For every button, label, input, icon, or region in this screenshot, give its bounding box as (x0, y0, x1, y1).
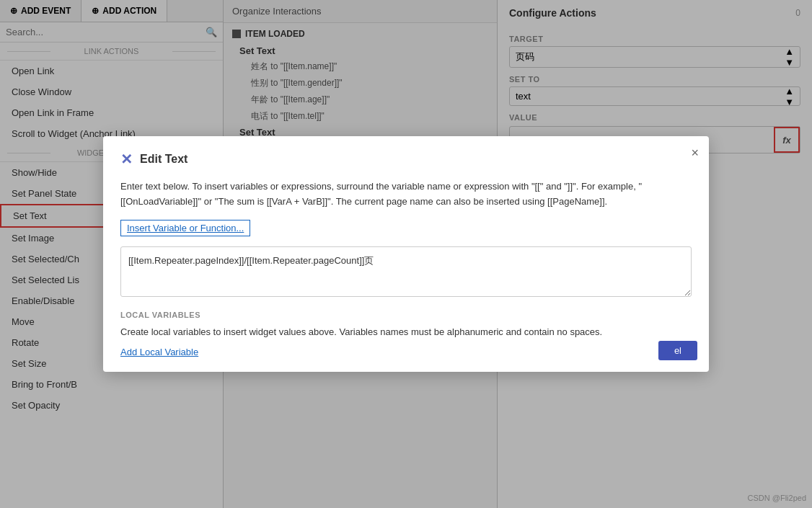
edit-text-dialog: ✕ Edit Text × Enter text below. To inser… (103, 136, 709, 371)
dialog-close-button[interactable]: × (691, 146, 699, 159)
ok-button[interactable]: el (658, 341, 697, 360)
dialog-title: Edit Text (140, 153, 187, 166)
add-local-variable-link[interactable]: Add Local Variable (120, 347, 198, 357)
dialog-description: Enter text below. To insert variables or… (120, 179, 692, 210)
local-vars-label: LOCAL VARIABLES (120, 311, 692, 319)
dialog-header: ✕ Edit Text (120, 151, 692, 168)
local-vars-description: Create local variables to insert widget … (120, 325, 692, 339)
dialog-overlay: ✕ Edit Text × Enter text below. To inser… (0, 0, 812, 508)
dialog-footer: el (658, 341, 697, 360)
text-editor-input[interactable] (120, 246, 692, 297)
insert-variable-link[interactable]: Insert Variable or Function... (120, 220, 250, 236)
dialog-logo-icon: ✕ (120, 151, 133, 168)
